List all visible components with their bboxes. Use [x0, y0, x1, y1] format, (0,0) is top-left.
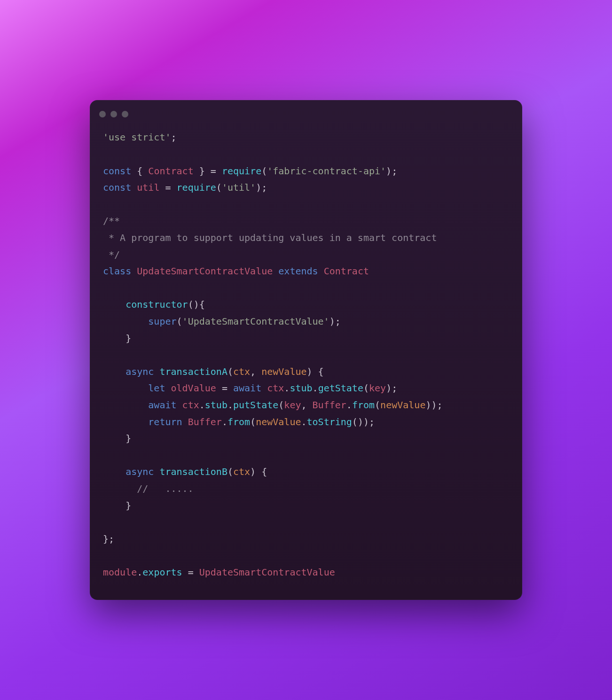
- code-text: UpdateSmartContractValue: [137, 265, 273, 277]
- code-text: extends: [278, 265, 318, 277]
- code-comment: /**: [103, 215, 120, 226]
- code-comment: * A program to support updating values i…: [103, 232, 437, 243]
- code-text: class: [103, 265, 131, 277]
- code-text: exports: [142, 567, 182, 578]
- code-text: await: [148, 399, 176, 411]
- code-text: ctx: [267, 382, 284, 394]
- code-text: Contract: [324, 265, 369, 277]
- code-text: putState: [233, 399, 278, 411]
- code-text: return: [148, 416, 182, 428]
- code-text: util: [137, 182, 159, 193]
- code-text: ctx: [233, 366, 250, 377]
- code-text: Buffer: [313, 399, 346, 411]
- code-text: oldValue: [171, 382, 216, 394]
- code-text: stub: [290, 382, 312, 394]
- code-text: transactionA: [159, 366, 228, 377]
- code-text: ctx: [182, 399, 199, 411]
- code-comment: // .....: [137, 483, 193, 494]
- window-control-minimize[interactable]: [110, 111, 117, 117]
- code-comment: */: [103, 249, 120, 260]
- code-text: async: [126, 466, 154, 477]
- code-text: constructor: [126, 299, 188, 310]
- code-text: newValue: [380, 399, 425, 411]
- code-text: 'util': [222, 182, 256, 193]
- code-text: module: [103, 567, 137, 578]
- window-control-close[interactable]: [99, 111, 106, 117]
- code-text: await: [233, 382, 261, 394]
- code-text: require: [177, 182, 216, 193]
- code-text: Buffer: [188, 416, 222, 428]
- code-window: 'use strict'; const { Contract } = requi…: [90, 100, 522, 599]
- code-text: key: [284, 399, 301, 411]
- code-text: 'fabric-contract-api': [267, 165, 386, 177]
- code-text: require: [222, 165, 261, 177]
- code-text: newValue: [261, 366, 306, 377]
- code-text: Contract: [148, 165, 193, 177]
- code-text: transactionB: [159, 466, 228, 477]
- code-text: 'UpdateSmartContractValue': [182, 316, 330, 327]
- code-text: key: [369, 382, 386, 394]
- code-text: let: [148, 382, 165, 394]
- window-control-maximize[interactable]: [122, 111, 128, 117]
- window-titlebar: [90, 100, 522, 121]
- code-block: 'use strict'; const { Contract } = requi…: [90, 121, 522, 585]
- code-text: const: [103, 165, 131, 177]
- code-text: getState: [318, 382, 363, 394]
- code-text: super: [148, 316, 176, 327]
- code-text: toString: [307, 416, 352, 428]
- code-text: UpdateSmartContractValue: [199, 567, 335, 578]
- code-text: stub: [205, 399, 228, 411]
- code-text: from: [228, 416, 250, 428]
- code-text: newValue: [256, 416, 301, 428]
- code-text: 'use strict': [103, 132, 171, 143]
- code-text: from: [352, 399, 375, 411]
- code-text: const: [103, 182, 131, 193]
- code-text: async: [126, 366, 154, 377]
- code-text: ctx: [233, 466, 250, 477]
